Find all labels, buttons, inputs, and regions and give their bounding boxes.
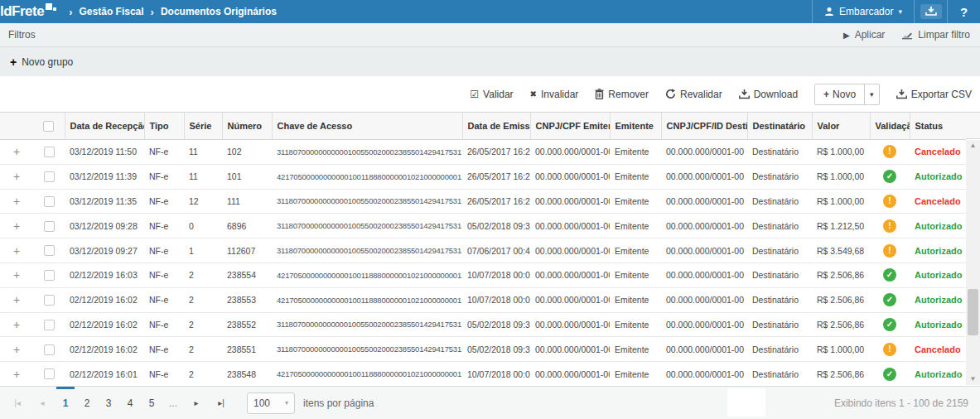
cell-destinatario: Destinatário (747, 362, 812, 387)
cell-data-recepcao: 03/12/2019 11:50 (65, 140, 144, 165)
row-checkbox[interactable] (44, 295, 55, 306)
first-page-icon[interactable]: |◂ (5, 398, 30, 407)
expand-row-icon[interactable]: + (0, 262, 33, 287)
prev-page-icon[interactable]: ◂ (30, 398, 55, 407)
column-header-emitente[interactable]: Emitente (610, 113, 661, 140)
column-header-destinatario[interactable]: Destinatário (747, 113, 812, 140)
table-row[interactable]: +03/12/2019 11:35NF-e1211131180700000000… (0, 189, 966, 214)
cell-numero: 238548 (222, 362, 272, 387)
table-row[interactable]: +02/12/2019 16:01NF-e2238548421705000000… (0, 362, 966, 387)
pager: |◂ ◂ 12345... ▸ ▸| (0, 387, 234, 419)
column-header-valor[interactable]: Valor (812, 113, 870, 140)
expand-row-icon[interactable]: + (0, 312, 33, 337)
vertical-scrollbar[interactable]: ▲ ▼ (966, 140, 980, 385)
download-button[interactable]: Download (739, 89, 798, 100)
table-row[interactable]: +03/12/2019 11:50NF-e1110231180700000000… (0, 140, 966, 165)
table-body: +03/12/2019 11:50NF-e1110231180700000000… (0, 140, 966, 387)
invalidate-button[interactable]: ✖ Invalidar (530, 89, 579, 100)
cell-status: Autorizado (910, 238, 966, 263)
chevron-down-icon: ▾ (898, 7, 902, 16)
scrollbar-thumb[interactable] (968, 289, 978, 335)
pager-page-5[interactable]: 5 (141, 387, 162, 419)
table-row[interactable]: +03/12/2019 09:27NF-e1112607311807000000… (0, 238, 966, 263)
expand-row-icon[interactable]: + (0, 140, 33, 165)
column-header-cnpj-destinatario[interactable]: CNPJ/CPF/ID Destinatário (661, 113, 747, 140)
remove-button[interactable]: Remover (595, 89, 649, 100)
column-header-status[interactable]: Status (910, 113, 966, 140)
cell-data-emissao: 05/02/2018 09:32 (462, 214, 530, 238)
column-header-emissao[interactable]: Data de Emissão (462, 113, 530, 140)
scroll-up-icon[interactable]: ▲ (966, 140, 980, 152)
row-select-cell (33, 140, 65, 165)
validation-ok-icon: ✓ (883, 268, 896, 282)
cell-status: Cancelado (910, 140, 966, 165)
page-size-select[interactable]: 100 ▾ (247, 393, 295, 414)
table-row[interactable]: +03/12/2019 09:28NF-e0689631180700000000… (0, 214, 966, 238)
cell-serie: 2 (184, 262, 222, 287)
cell-numero: 238551 (222, 337, 272, 362)
table-row[interactable]: +02/12/2019 16:02NF-e2238553421705000000… (0, 287, 966, 312)
help-button[interactable]: ? (947, 0, 980, 23)
cell-chave-acesso: 3118070000000000010055002000238550142941… (272, 337, 462, 362)
column-header-cnpj-emitente[interactable]: CNPJ/CPF Emitente (530, 113, 610, 140)
user-menu[interactable]: Embarcador ▾ (812, 0, 914, 23)
cell-cnpj-emitente: 00.000.000/0001-00 (530, 238, 610, 263)
row-checkbox[interactable] (44, 320, 55, 330)
column-header-numero[interactable]: Número (222, 113, 272, 140)
clear-filter-label: Limpar filtro (918, 29, 970, 41)
expand-row-icon[interactable]: + (0, 164, 33, 189)
column-header-validacao[interactable]: Validação (870, 113, 910, 140)
next-page-icon[interactable]: ▸ (184, 398, 209, 407)
pager-page-3[interactable]: 3 (98, 387, 119, 419)
row-checkbox[interactable] (44, 196, 55, 207)
cell-numero: 238553 (222, 287, 272, 312)
revalidate-button[interactable]: Download Revalidar (665, 89, 722, 100)
breadcrumb-item-documentos-originarios[interactable]: Documentos Originários (161, 6, 277, 17)
new-split-button[interactable]: + Novo ▾ (814, 84, 880, 105)
cell-destinatario: Destinatário (747, 312, 812, 337)
apply-filter-button[interactable]: ▶ Aplicar (843, 29, 885, 41)
expand-row-icon[interactable]: + (0, 362, 33, 387)
validate-button[interactable]: ☑ Validar (470, 89, 513, 100)
app-logo[interactable]: ldFrete (0, 2, 57, 22)
remove-label: Remover (608, 89, 649, 100)
expand-row-icon[interactable]: + (0, 238, 33, 263)
column-header-serie[interactable]: Série (184, 113, 222, 140)
header-download-button[interactable] (914, 0, 947, 23)
row-checkbox[interactable] (44, 147, 55, 157)
breadcrumb-item-gestao-fiscal[interactable]: Gestão Fiscal (80, 6, 144, 17)
column-header-chave[interactable]: Chave de Acesso (272, 113, 462, 140)
expand-row-icon[interactable]: + (0, 287, 33, 312)
row-checkbox[interactable] (44, 344, 55, 355)
table-row[interactable]: +03/12/2019 11:39NF-e1110142170500000000… (0, 164, 966, 189)
scroll-down-icon[interactable]: ▼ (966, 373, 980, 385)
row-checkbox[interactable] (44, 368, 55, 379)
pager-page-1[interactable]: 1 (55, 387, 76, 419)
new-group-button[interactable]: + Novo grupo (0, 55, 73, 69)
column-header-tipo[interactable]: Tipo (144, 113, 184, 140)
pager-page-2[interactable]: 2 (76, 387, 98, 419)
table-row[interactable]: +02/12/2019 16:03NF-e2238554421705000000… (0, 262, 966, 287)
new-dropdown-caret[interactable]: ▾ (864, 84, 879, 104)
cell-data-recepcao: 02/12/2019 16:02 (65, 287, 144, 312)
row-checkbox[interactable] (44, 270, 55, 281)
select-all-checkbox[interactable] (43, 121, 54, 132)
export-csv-button[interactable]: Exportar CSV (896, 89, 972, 100)
table-row[interactable]: +02/12/2019 16:02NF-e2238551311807000000… (0, 337, 966, 362)
pager-page-4[interactable]: 4 (119, 387, 141, 419)
row-checkbox[interactable] (44, 221, 55, 232)
expand-row-icon[interactable]: + (0, 189, 33, 214)
validation-warning-icon: ! (883, 244, 896, 258)
row-checkbox[interactable] (44, 171, 55, 182)
table-row[interactable]: +02/12/2019 16:02NF-e2238552311807000000… (0, 312, 966, 337)
clear-filter-button[interactable]: Limpar filtro (901, 29, 970, 41)
column-header-data-recepcao[interactable]: Data de Recepção↓ (65, 113, 144, 140)
cell-valor: R$ 2.506,86 (812, 362, 870, 387)
cell-cnpj-destinatario: 00.000.000/0001-00 (661, 312, 747, 337)
cell-tipo: NF-e (144, 214, 184, 238)
cell-data-emissao: 10/07/2018 00:00 (462, 287, 530, 312)
expand-row-icon[interactable]: + (0, 337, 33, 362)
last-page-icon[interactable]: ▸| (209, 398, 234, 407)
row-checkbox[interactable] (44, 245, 55, 256)
expand-row-icon[interactable]: + (0, 214, 33, 238)
